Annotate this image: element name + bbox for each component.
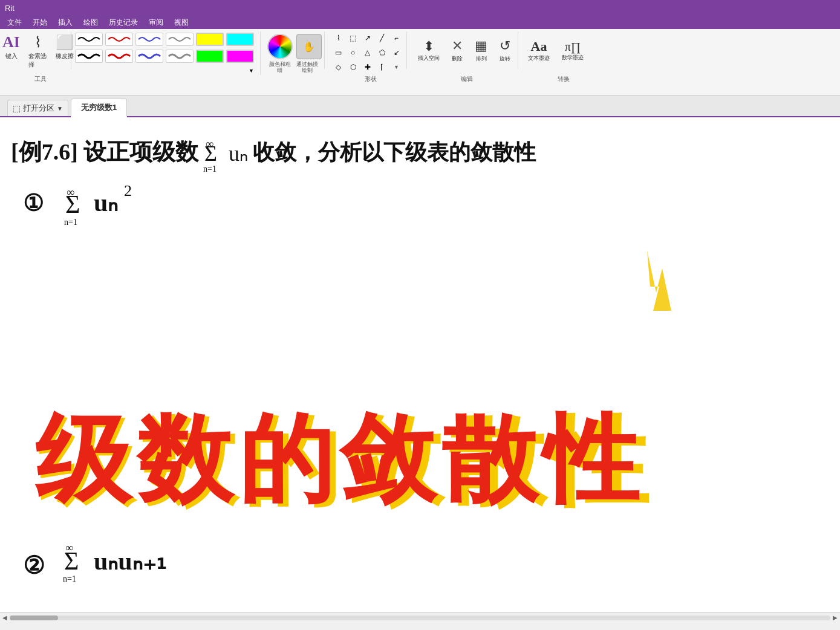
stroke-red-wavy[interactable] xyxy=(105,33,133,46)
stroke-green-fill[interactable] xyxy=(196,50,224,63)
stroke-yellow-fill[interactable] xyxy=(196,33,224,46)
tools-group: AI 键入 ⌇ 套索选择 ⬜ 橡皮擦 xyxy=(5,31,71,69)
edit-group: ⬍ 插入空间 ✕ 删除 ▦ 排列 ↺ 旋转 xyxy=(411,31,518,69)
stroke-blue-thick[interactable] xyxy=(135,50,163,63)
lightning-icon xyxy=(647,250,671,311)
color-label: 颜色和粗细 xyxy=(268,62,291,74)
edit-section-label: 编辑 xyxy=(412,75,521,83)
big-text-main: 级数的敛散性 xyxy=(34,406,645,512)
math-ink-button[interactable]: π∏ 数学墨迹 xyxy=(559,39,586,62)
shape-corner[interactable]: ⌐ xyxy=(390,31,403,45)
color-picker[interactable] xyxy=(267,34,293,59)
shape-select[interactable]: ⬚ xyxy=(347,31,360,45)
math-line1-text: [例7.6] 设正项级数 xyxy=(11,139,200,164)
shape-circle[interactable]: ○ xyxy=(347,46,360,59)
shape-cross[interactable]: ✚ xyxy=(361,60,374,74)
shapes-more[interactable]: ▼ xyxy=(390,60,403,74)
item1-expr-sup: 2 xyxy=(124,182,132,200)
item2-sigma-bot: n=1 xyxy=(63,574,76,583)
titlebar: Rit xyxy=(0,0,840,16)
shape-bracket[interactable]: ⌈ xyxy=(376,60,389,74)
item2-sigma-sym: Σ xyxy=(64,547,79,575)
stroke-red-thick[interactable] xyxy=(105,50,133,63)
sigma1-bot: n=1 xyxy=(203,164,217,174)
item1-sigma-sym: Σ xyxy=(65,190,80,218)
open-section-button[interactable]: ⬚ 打开分区 ▼ xyxy=(7,100,68,116)
convert-section-label: 转换 xyxy=(521,75,606,83)
menu-draw[interactable]: 绘图 xyxy=(79,16,103,29)
stroke-gray-wavy[interactable] xyxy=(166,33,194,46)
insert-space-button[interactable]: ⬍ 插入空间 xyxy=(414,37,443,63)
handwriting-canvas: [例7.6] 设正项级数 ∞ Σ n=1 uₙ 收敛，分析以下级表的敛散性 ① … xyxy=(0,117,840,612)
content-area: [例7.6] 设正项级数 ∞ Σ n=1 uₙ 收敛，分析以下级表的敛散性 ① … xyxy=(0,117,840,612)
tools-section-label: 工具 xyxy=(5,75,76,83)
item2-num: ② xyxy=(23,552,45,579)
stroke-gray-thick[interactable] xyxy=(166,50,194,63)
stroke-black-wavy[interactable] xyxy=(75,33,103,46)
menubar: 文件 开始 插入 绘图 历史记录 审阅 视图 xyxy=(0,16,840,29)
stroke-blue-wavy[interactable] xyxy=(135,33,163,46)
shape-rect[interactable]: ▭ xyxy=(332,46,345,59)
app-title: Rit xyxy=(5,4,15,13)
shape-hex[interactable]: ⬡ xyxy=(347,60,360,74)
menu-home[interactable]: 开始 xyxy=(28,16,52,29)
lasso-button[interactable]: ⌇ 套索选择 xyxy=(26,31,50,70)
sigma1-var: uₙ xyxy=(229,141,248,166)
menu-review[interactable]: 审阅 xyxy=(144,16,168,29)
shape-line[interactable]: ╱ xyxy=(376,31,389,45)
shape-diamond[interactable]: ◇ xyxy=(332,60,345,74)
text-ink-button[interactable]: Aa 文本墨迹 xyxy=(526,37,552,63)
menu-file[interactable]: 文件 xyxy=(2,16,27,29)
ribbon: AI 键入 ⌇ 套索选择 ⬜ 橡皮擦 xyxy=(0,29,840,96)
sigma1-sym: Σ xyxy=(204,141,217,166)
horizontal-scrollbar: ◀ ▶ xyxy=(0,612,840,623)
stroke-black-thick[interactable] xyxy=(75,50,103,63)
item1-sigma-bot: n=1 xyxy=(64,218,77,227)
item1-expr: uₙ xyxy=(94,189,118,216)
menu-insert[interactable]: 插入 xyxy=(53,16,77,29)
scroll-track[interactable] xyxy=(10,615,830,620)
touch-label: 通过触摸绘制 xyxy=(294,62,321,74)
menu-history[interactable]: 历史记录 xyxy=(104,16,143,29)
stroke-cyan-fill[interactable] xyxy=(226,33,254,46)
scroll-left-arrow[interactable]: ◀ xyxy=(2,614,7,621)
shape-arrow[interactable]: ↗ xyxy=(361,31,374,45)
scroll-thumb[interactable] xyxy=(10,615,58,620)
delete-button[interactable]: ✕ 删除 xyxy=(448,37,466,64)
shapes-group: ⌇ ⬚ ↗ ╱ ⌐ ▭ ○ △ ⬠ ↙ ◇ ⬡ ✚ ⌈ xyxy=(328,31,407,69)
rotate-button[interactable]: ↺ 旋转 xyxy=(496,37,514,64)
shape-lasso[interactable]: ⌇ xyxy=(332,31,345,45)
menu-view[interactable]: 视图 xyxy=(169,16,194,29)
touch-draw-button[interactable]: ✋ xyxy=(296,34,322,59)
shapes-section-label: 形状 xyxy=(329,75,412,83)
active-page-tab[interactable]: 无穷级数1 xyxy=(71,99,127,117)
color-group: ✋ 颜色和粗细 通过触摸绘制 xyxy=(264,31,325,69)
stroke-dropdown[interactable]: ▼ xyxy=(247,67,255,75)
arrange-button[interactable]: ▦ 排列 xyxy=(471,37,491,64)
stroke-magenta-fill[interactable] xyxy=(226,50,254,63)
tabbar: ⬚ 打开分区 ▼ 无穷级数1 xyxy=(0,96,840,117)
eraser-button[interactable]: ⬜ 橡皮擦 xyxy=(53,31,77,70)
item2-expr: uₙuₙ₊₁ xyxy=(94,547,166,575)
shape-pentagon[interactable]: ⬠ xyxy=(376,46,389,59)
pen-strokes-group: ▼ xyxy=(75,31,261,75)
insert-button[interactable]: AI 键入 xyxy=(0,31,24,70)
math-line1-cont: 收敛，分析以下级表的敛散性 xyxy=(253,140,536,164)
convert-group: Aa 文本墨迹 π∏ 数学墨迹 xyxy=(522,31,590,69)
shape-down-arrow[interactable]: ↙ xyxy=(390,46,403,59)
scroll-right-arrow[interactable]: ▶ xyxy=(833,614,838,621)
item1-num: ① xyxy=(23,190,44,216)
shape-triangle[interactable]: △ xyxy=(361,46,374,59)
